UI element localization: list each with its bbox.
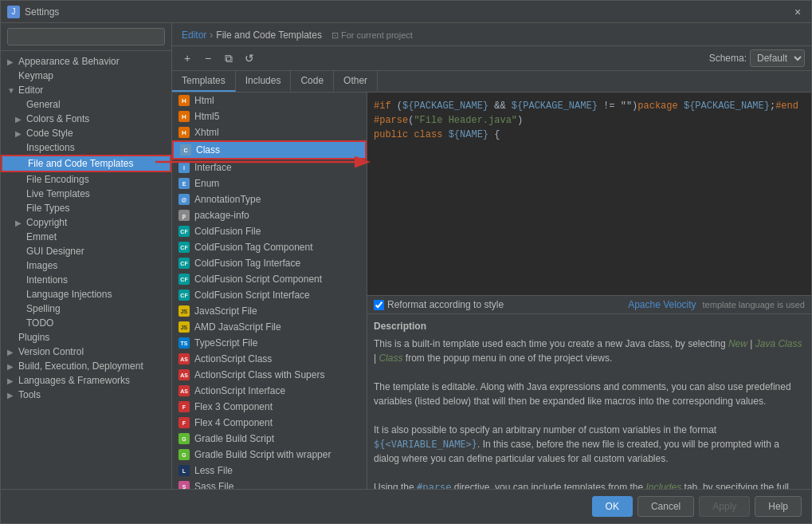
sidebar-item-plugins[interactable]: Plugins (1, 330, 171, 345)
sidebar-item-todo[interactable]: TODO (1, 316, 171, 330)
template-item-xhtml[interactable]: H Xhtml (172, 124, 367, 140)
template-item-label: ColdFusion Script Interface (194, 290, 310, 301)
reformat-label[interactable]: Reformat according to style (387, 299, 504, 310)
template-lang-label: template language is used (703, 300, 805, 309)
sidebar-item-copyright[interactable]: ▶ Copyright (1, 215, 171, 230)
sidebar-item-keymap[interactable]: Keymap (1, 69, 171, 83)
template-item-gradle-build[interactable]: G Gradle Build Script (172, 431, 367, 447)
sidebar-item-spelling[interactable]: Spelling (1, 301, 171, 316)
sidebar-item-inspections[interactable]: Inspections (1, 140, 171, 155)
add-template-button[interactable]: + (178, 49, 196, 67)
copy-template-button[interactable]: ⧉ (220, 49, 237, 67)
tab-templates[interactable]: Templates (172, 71, 236, 92)
expand-arrow (15, 100, 26, 109)
template-item-coldfusion-file[interactable]: CF ColdFusion File (172, 223, 367, 239)
cancel-button[interactable]: Cancel (637, 496, 694, 517)
template-item-interface[interactable]: I Interface (172, 160, 367, 175)
apply-button[interactable]: Apply (699, 496, 750, 517)
breadcrumb-editor[interactable]: Editor (182, 30, 206, 41)
velocity-link[interactable]: Apache Velocity (628, 299, 696, 310)
expand-arrow (15, 276, 26, 285)
annotation-icon: @ (178, 194, 190, 205)
template-item-cf-script-interface[interactable]: CF ColdFusion Script Interface (172, 287, 367, 303)
sidebar-item-images[interactable]: Images (1, 258, 171, 273)
interface-icon: I (178, 162, 190, 173)
gradle-icon-2: G (178, 449, 190, 460)
template-item-label: Gradle Build Script with wrapper (194, 449, 331, 460)
sidebar-item-languages[interactable]: ▶ Languages & Frameworks (1, 373, 171, 388)
template-item-html[interactable]: H Html (172, 93, 367, 108)
remove-template-button[interactable]: − (199, 49, 217, 67)
sidebar-item-label: Appearance & Behavior (18, 56, 120, 67)
template-item-javascript-file[interactable]: JS JavaScript File (172, 303, 367, 319)
template-item-amd-javascript-file[interactable]: JS AMD JavaScript File (172, 319, 367, 335)
template-item-actionscript-interface[interactable]: AS ActionScript Interface (172, 383, 367, 399)
tab-code[interactable]: Code (291, 71, 334, 92)
expand-arrow: ▶ (7, 391, 18, 400)
sidebar-item-version-control[interactable]: ▶ Version Control (1, 345, 171, 359)
breadcrumb: Editor › File and Code Templates ⊡ For c… (182, 30, 802, 41)
template-item-label: package-info (194, 210, 249, 221)
template-item-typescript-file[interactable]: TS TypeScript File (172, 335, 367, 351)
template-item-label: ColdFusion Tag Component (194, 242, 313, 253)
template-item-cf-tag-component[interactable]: CF ColdFusion Tag Component (172, 239, 367, 255)
package-icon: p (178, 210, 190, 221)
ok-button[interactable]: OK (592, 496, 633, 517)
template-item-package-info[interactable]: p package-info (172, 207, 367, 223)
sidebar-item-label: Emmet (26, 231, 57, 242)
cf-icon-3: CF (178, 258, 190, 269)
template-item-annotationtype[interactable]: @ AnnotationType (172, 191, 367, 207)
reset-template-button[interactable]: ↺ (241, 49, 258, 67)
template-item-actionscript-class[interactable]: AS ActionScript Class (172, 351, 367, 367)
sidebar-item-general[interactable]: General (1, 97, 171, 112)
tabs-row: Templates Includes Code Other (172, 71, 811, 93)
tab-includes[interactable]: Includes (236, 71, 292, 92)
sidebar-item-file-and-code-templates[interactable]: File and Code Templates (1, 155, 171, 172)
schema-select[interactable]: Default Project (750, 49, 805, 67)
template-item-actionscript-class-supers[interactable]: AS ActionScript Class with Supers (172, 367, 367, 383)
reformat-checkbox[interactable] (374, 300, 384, 310)
template-item-cf-script-component[interactable]: CF ColdFusion Script Component (172, 271, 367, 287)
template-item-label: JavaScript File (194, 305, 257, 317)
template-item-label: Flex 4 Component (194, 417, 273, 428)
tab-other[interactable]: Other (334, 71, 378, 92)
sidebar-item-label: Keymap (18, 70, 53, 81)
template-item-sass-file[interactable]: S Sass File (172, 479, 367, 489)
sidebar-item-intentions[interactable]: Intentions (1, 273, 171, 287)
sidebar-item-appearance[interactable]: ▶ Appearance & Behavior (1, 54, 171, 69)
template-item-label: Gradle Build Script (194, 433, 274, 444)
help-button[interactable]: Help (755, 496, 802, 517)
sidebar-item-label: Inspections (26, 142, 75, 153)
template-item-html5[interactable]: H Html5 (172, 108, 367, 124)
sidebar-item-build[interactable]: ▶ Build, Execution, Deployment (1, 359, 171, 373)
sidebar-item-editor[interactable]: ▼ Editor (1, 83, 171, 97)
template-item-less-file[interactable]: L Less File (172, 463, 367, 479)
template-item-flex-4[interactable]: F Flex 4 Component (172, 415, 367, 431)
template-item-enum[interactable]: E Enum (172, 175, 367, 191)
sidebar-item-label: Version Control (18, 346, 84, 357)
template-item-class[interactable]: C Class (172, 140, 367, 160)
sidebar-item-colors-fonts[interactable]: ▶ Colors & Fonts (1, 112, 171, 126)
search-input[interactable] (7, 28, 165, 45)
sidebar-item-label: TODO (26, 317, 53, 329)
enum-icon: E (178, 178, 190, 189)
sidebar-item-code-style[interactable]: ▶ Code Style (1, 126, 171, 140)
expand-arrow: ▶ (7, 362, 18, 371)
description-title: Description (374, 321, 805, 332)
less-icon: L (178, 465, 190, 476)
sidebar-item-live-templates[interactable]: Live Templates (1, 187, 171, 201)
sidebar-item-label: Copyright (26, 217, 67, 228)
template-item-cf-tag-interface[interactable]: CF ColdFusion Tag Interface (172, 255, 367, 271)
sidebar-item-gui-designer[interactable]: GUI Designer (1, 244, 171, 258)
sidebar-item-tools[interactable]: ▶ Tools (1, 388, 171, 402)
close-button[interactable]: × (790, 5, 805, 19)
sidebar-item-file-encodings[interactable]: File Encodings (1, 172, 171, 187)
code-editor[interactable]: #if (${PACKAGE_NAME} && ${PACKAGE_NAME} … (367, 93, 811, 295)
expand-arrow (15, 144, 26, 152)
sidebar-item-emmet[interactable]: Emmet (1, 230, 171, 244)
sidebar-item-file-types[interactable]: File Types (1, 201, 171, 215)
sidebar-item-language-injections[interactable]: Language Injections (1, 287, 171, 301)
template-item-gradle-wrapper[interactable]: G Gradle Build Script with wrapper (172, 447, 367, 463)
template-item-flex-3[interactable]: F Flex 3 Component (172, 399, 367, 415)
action-icon: AS (178, 353, 190, 364)
